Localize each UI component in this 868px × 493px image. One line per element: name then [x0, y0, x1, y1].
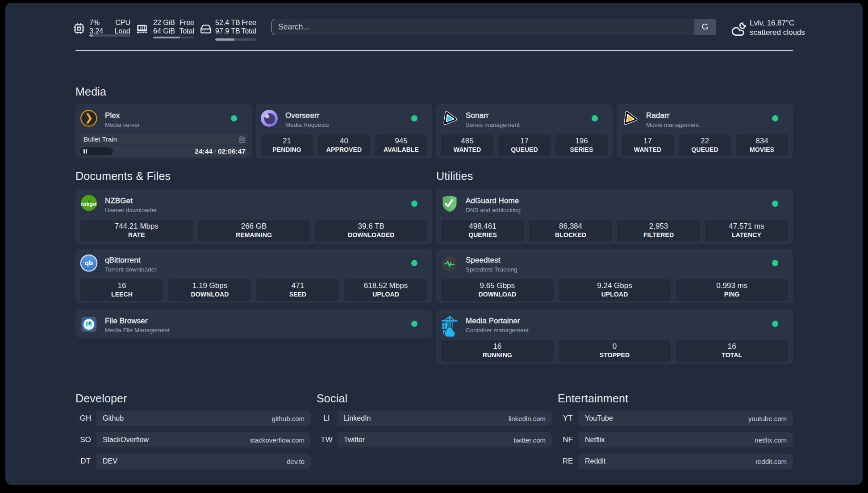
svg-text:nzbget: nzbget: [81, 201, 97, 207]
svg-text:qb: qb: [85, 259, 93, 267]
